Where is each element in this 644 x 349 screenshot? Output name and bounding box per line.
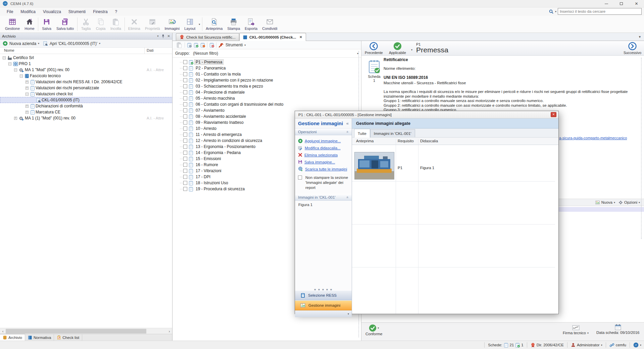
item-checkbox[interactable] [183, 66, 187, 70]
item-checkbox[interactable] [183, 187, 187, 191]
condividi-button[interactable]: Condividi [260, 16, 280, 33]
opzioni-dropdown-icon[interactable]: ▾ [639, 201, 640, 204]
tree-toggle-icon[interactable]: + [26, 87, 29, 90]
archive-hscrollbar[interactable]: ‹ › [0, 328, 172, 334]
sheet-applicable-icon[interactable] [194, 42, 198, 48]
user-menu[interactable]: Administrator ▾ [571, 343, 602, 347]
nuova-dropdown-icon[interactable]: ▾ [614, 201, 615, 204]
search-input[interactable] [558, 8, 642, 15]
tree-item[interactable]: −PRO 1 [0, 61, 172, 67]
close-button[interactable]: ✕ [629, 0, 644, 7]
item-checkbox[interactable] [183, 60, 187, 64]
item-checkbox[interactable] [183, 120, 187, 124]
dock-tab-check-list[interactable]: Check list [54, 334, 82, 341]
tree-toggle-icon[interactable]: + [26, 111, 29, 114]
dock-tab-archivio[interactable]: Archivio [0, 334, 25, 341]
dock-tab-normativa[interactable]: Normativa [25, 334, 54, 341]
search-icon[interactable] [549, 9, 554, 14]
selezione-ress-button[interactable]: Selezione RESS [295, 290, 352, 300]
next-button[interactable]: Successivo [624, 42, 641, 55]
tree-item[interactable]: −Fascicolo tecnico [0, 73, 172, 79]
state-dropdown-icon[interactable]: ▾ [411, 48, 412, 51]
new-company-dropdown-icon[interactable]: ▾ [38, 42, 39, 45]
tab-ckl-001[interactable]: CKL-001/000005 (Check... ✕ [239, 33, 306, 41]
sheet-question-icon[interactable]: ? [187, 42, 192, 48]
layout-dropdown-icon[interactable]: ▾ [198, 16, 201, 33]
tree-toggle-icon[interactable]: − [14, 68, 17, 71]
applicable-button[interactable]: Applicabile [389, 42, 406, 55]
tree-toggle-icon[interactable]: − [8, 62, 11, 65]
item-checkbox[interactable] [183, 78, 187, 82]
item-checkbox[interactable] [183, 175, 187, 179]
group-filter-select[interactable]: (Nessun filtro) [193, 51, 357, 56]
operazioni-section-header[interactable]: Operazioni « [295, 129, 352, 135]
salva-button[interactable]: Salva [39, 16, 54, 33]
immagini-button[interactable]: Immagini [162, 16, 182, 33]
menu-modifica[interactable]: Modifica [17, 8, 39, 15]
checklist-item[interactable]: 04 - Proiezione di materiale [172, 89, 361, 95]
column-didascalia[interactable]: Didascalia [420, 139, 438, 143]
tree-toggle-icon[interactable]: − [20, 74, 23, 78]
dialog-close-button[interactable]: ✕ [551, 112, 556, 117]
image-list-item[interactable]: Figura 1 [295, 201, 352, 209]
checklist-item[interactable]: 06 - Contatto con organi di trasmissione… [172, 101, 361, 107]
nav-overflow-strip[interactable]: ▾ [295, 310, 352, 317]
link-modifica-didascalia-[interactable]: Modifica didascalia... [305, 146, 341, 150]
menu-file[interactable]: File [3, 8, 16, 15]
menu-visualizza[interactable]: Visualizza [40, 8, 64, 15]
item-checkbox[interactable] [183, 133, 187, 137]
tree-item[interactable]: −Certifico Srl [0, 55, 172, 61]
tree-toggle-icon[interactable]: − [26, 93, 29, 96]
sheet-warning-icon[interactable]: ! [200, 42, 205, 48]
dialog-title-bar[interactable]: P1 : CKL-001 - CKL-001/000005 - [Gestion… [295, 111, 558, 118]
tab-checklist-norma[interactable]: Check list Sicurezza rettific... [176, 33, 239, 41]
language-dropdown-icon[interactable]: ▾ [640, 344, 641, 347]
minimize-button[interactable] [599, 0, 614, 7]
language-selector[interactable]: IT ▾ [633, 342, 641, 348]
scroll-right-icon[interactable]: › [166, 329, 172, 333]
tree-item[interactable]: +Dichiarazioni di conformità [0, 103, 172, 109]
conforme-dropdown-icon[interactable]: ▾ [378, 327, 379, 330]
item-checkbox[interactable] [183, 102, 187, 106]
nuova-button[interactable]: Nuova ▾ [595, 200, 615, 205]
user-dropdown-icon[interactable]: ▾ [601, 344, 602, 347]
tree-item[interactable]: CKL-001/000005 (IT) [0, 97, 172, 103]
gestione-immagini-button[interactable]: Gestione immagini [295, 300, 352, 310]
item-checkbox[interactable] [183, 84, 187, 88]
scroll-left-icon[interactable]: ‹ [0, 329, 6, 333]
column-requisito[interactable]: Requisito [398, 139, 414, 143]
item-checkbox[interactable] [183, 145, 187, 149]
item-checkbox[interactable] [183, 114, 187, 118]
conforme-button[interactable]: ▾ Conforme [365, 324, 383, 336]
column-dati[interactable]: Dati [147, 48, 153, 52]
tree-item[interactable]: −MA 1 "Mod" (001) rev. 00A.I. - Attre [0, 67, 172, 73]
tab-list-dropdown-icon[interactable]: ▼ [638, 35, 641, 39]
menu-finestra[interactable]: Finestra [90, 8, 111, 15]
column-nome[interactable]: Nome [4, 48, 14, 52]
opzioni-button[interactable]: Opzioni ▾ [618, 200, 640, 205]
strumenti-menu[interactable]: Strumenti▾ [218, 42, 246, 48]
collapse-section-icon[interactable]: « [346, 131, 350, 133]
checklist-item[interactable]: 02 - Impigliamento con il pezzo in rotaz… [172, 77, 361, 83]
open-dropdown-icon[interactable]: ▾ [99, 42, 100, 45]
layout-button[interactable]: Layout [182, 16, 198, 33]
tab-close-icon[interactable]: ✕ [298, 35, 302, 39]
item-checkbox[interactable] [183, 157, 187, 161]
collapse-icon[interactable]: « [346, 121, 349, 126]
menu-help[interactable]: ? [112, 8, 121, 15]
tree-item[interactable]: +Valutazioni dei rischi RESS All. I Dir.… [0, 79, 172, 85]
stampa-button[interactable]: Stampa [225, 16, 242, 33]
salva-tutto-button[interactable]: Salva tutto [54, 16, 76, 33]
checklist-item[interactable]: 05 - Arresto macchina [172, 95, 361, 101]
item-checkbox[interactable] [183, 163, 187, 167]
checklist-item[interactable]: 03 - Schiacciamento tra mola e pezzo [172, 83, 361, 89]
checklist-item[interactable]: P1 - Premessa [172, 59, 361, 65]
tree-item[interactable]: +MA 1 (1) "Mod" (001) rev. 00A.I. - Attr… [0, 115, 172, 121]
panel-close-icon[interactable]: ✕ [167, 34, 170, 38]
pin-icon[interactable] [161, 34, 165, 38]
esporta-button[interactable]: Esporta [242, 16, 260, 33]
item-checkbox[interactable] [183, 90, 187, 94]
home-button[interactable]: Home [22, 16, 37, 33]
tab-tutte[interactable]: Tutte [354, 129, 370, 138]
no-print-checkbox[interactable] [298, 176, 302, 180]
